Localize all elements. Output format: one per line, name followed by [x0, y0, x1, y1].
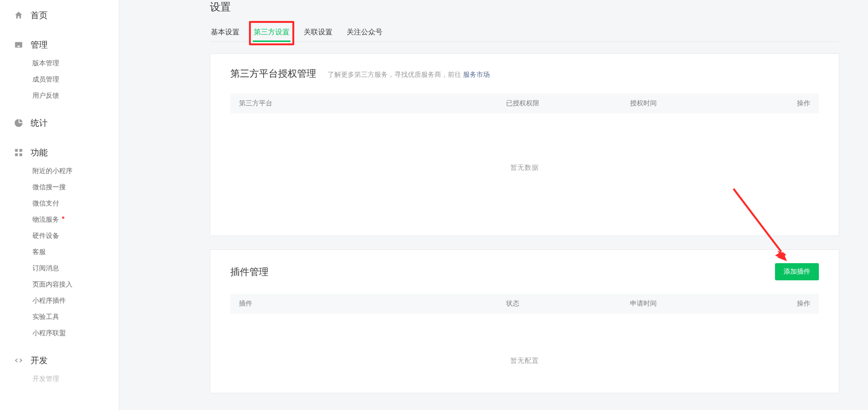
tab-relation-settings[interactable]: 关联设置	[303, 24, 333, 41]
tab-basic-settings[interactable]: 基本设置	[210, 24, 240, 41]
settings-tabs: 基本设置 第三方设置 关联设置 关注公众号	[210, 24, 839, 42]
sidebar-item-logistics[interactable]: 物流服务	[0, 212, 119, 228]
notification-dot-icon	[62, 216, 64, 219]
auth-col-time: 授权时间	[630, 99, 754, 108]
plugin-card-title: 插件管理	[230, 266, 269, 278]
auth-card-title: 第三方平台授权管理	[230, 67, 316, 80]
sidebar-stats-label: 统计	[31, 117, 48, 129]
grid-icon	[13, 147, 24, 158]
sidebar-item-develop[interactable]: 开发	[0, 350, 119, 371]
svg-rect-2	[15, 154, 18, 156]
sidebar-item-member-manage[interactable]: 成员管理	[0, 72, 119, 88]
code-icon	[13, 355, 24, 366]
plugin-table-empty: 暂无配置	[230, 314, 819, 379]
auth-table-empty: 暂无数据	[230, 113, 819, 222]
auth-col-permission: 已授权权限	[506, 99, 630, 108]
sidebar-home-label: 首页	[31, 10, 48, 21]
sidebar-manage-label: 管理	[31, 39, 48, 51]
inbox-icon	[13, 40, 24, 50]
sidebar-develop-label: 开发	[31, 355, 48, 366]
auth-table-header: 第三方平台 已授权权限 授权时间 操作	[230, 93, 819, 113]
svg-rect-3	[20, 154, 22, 156]
sidebar-item-develop-manage[interactable]: 开发管理	[0, 371, 119, 387]
page-title: 设置	[210, 0, 839, 12]
sidebar-item-wechat-search[interactable]: 微信搜一搜	[0, 179, 119, 195]
service-market-link[interactable]: 服务市场	[463, 71, 490, 78]
plugin-table-header: 插件 状态 申请时间 操作	[230, 294, 819, 314]
main-content: 设置 基本设置 第三方设置 关联设置 关注公众号 第三方平台授权管理 了解更多第…	[119, 0, 868, 410]
sidebar-item-home[interactable]: 首页	[0, 5, 119, 26]
sidebar-item-plugin[interactable]: 小程序插件	[0, 293, 119, 309]
auth-card-subtitle: 了解更多第三方服务，寻找优质服务商，前往 服务市场	[328, 71, 490, 79]
plugin-col-status: 状态	[506, 299, 630, 308]
sidebar-item-features[interactable]: 功能	[0, 142, 119, 163]
sidebar-item-wechat-pay[interactable]: 微信支付	[0, 195, 119, 212]
pie-icon	[13, 118, 24, 128]
tab-follow-account[interactable]: 关注公众号	[346, 24, 383, 41]
tab-third-party-settings[interactable]: 第三方设置	[253, 24, 290, 41]
add-plugin-button[interactable]: 添加插件	[775, 263, 819, 280]
sidebar-item-mini-alliance[interactable]: 小程序联盟	[0, 325, 119, 341]
sidebar-item-stats[interactable]: 统计	[0, 113, 119, 133]
sidebar-item-subscribe-msg[interactable]: 订阅消息	[0, 260, 119, 277]
auth-col-action: 操作	[754, 99, 810, 108]
sidebar-item-page-content[interactable]: 页面内容接入	[0, 277, 119, 293]
svg-rect-0	[15, 149, 18, 152]
plugin-col-action: 操作	[754, 299, 810, 308]
sidebar-features-label: 功能	[31, 147, 48, 158]
sidebar-item-manage[interactable]: 管理	[0, 34, 119, 55]
third-party-auth-card: 第三方平台授权管理 了解更多第三方服务，寻找优质服务商，前往 服务市场 第三方平…	[210, 53, 839, 236]
sidebar: 首页 管理 版本管理 成员管理 用户反馈 统计 功能 附近的小程序 微信搜一搜 …	[0, 0, 119, 410]
svg-rect-1	[20, 149, 22, 152]
sidebar-item-user-feedback[interactable]: 用户反馈	[0, 88, 119, 104]
sidebar-item-version-manage[interactable]: 版本管理	[0, 55, 119, 72]
plugin-manage-card: 插件管理 添加插件 插件 状态 申请时间 操作 暂无配置	[210, 249, 839, 393]
sidebar-item-nearby-mini[interactable]: 附近的小程序	[0, 163, 119, 179]
sidebar-item-experiment[interactable]: 实验工具	[0, 309, 119, 325]
sidebar-item-customer-service[interactable]: 客服	[0, 244, 119, 260]
sidebar-item-hardware[interactable]: 硬件设备	[0, 228, 119, 244]
plugin-col-time: 申请时间	[630, 299, 754, 308]
home-icon	[13, 10, 24, 20]
auth-col-platform: 第三方平台	[239, 99, 506, 108]
plugin-col-name: 插件	[239, 299, 506, 308]
